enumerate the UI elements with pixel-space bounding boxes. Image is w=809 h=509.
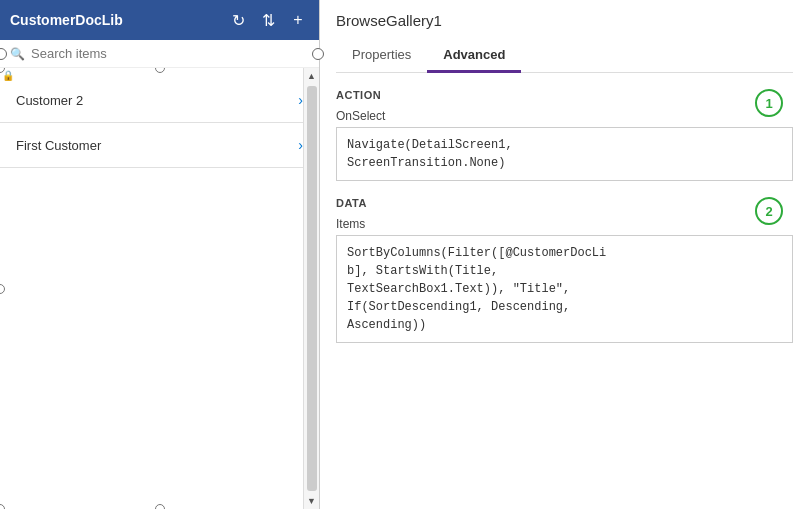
gallery-item-first-customer[interactable]: First Customer › <box>0 123 319 168</box>
items-code[interactable]: SortByColumns(Filter([@CustomerDocLi b],… <box>336 235 793 343</box>
tab-advanced[interactable]: Advanced <box>427 39 521 73</box>
resize-handle-tr[interactable] <box>312 48 324 60</box>
search-icon: 🔍 <box>10 47 25 61</box>
panel-title: BrowseGallery1 <box>336 12 793 29</box>
handle-bc[interactable] <box>155 504 165 509</box>
search-input[interactable] <box>31 46 309 61</box>
handle-bl[interactable] <box>0 504 5 509</box>
gallery-area: 🔒 Customer 2 › First Customer › ▲ ▼ <box>0 68 319 509</box>
scroll-up-arrow[interactable]: ▲ <box>304 68 320 84</box>
gallery-item-customer2[interactable]: Customer 2 › <box>0 78 319 123</box>
onselect-code[interactable]: Navigate(DetailScreen1, ScreenTransition… <box>336 127 793 181</box>
scrollbar[interactable]: ▲ ▼ <box>303 68 319 509</box>
scroll-down-arrow[interactable]: ▼ <box>304 493 320 509</box>
resize-handle-tl[interactable] <box>0 48 7 60</box>
gallery-items-list: Customer 2 › First Customer › <box>0 68 319 168</box>
lock-icon: 🔒 <box>2 70 14 81</box>
refresh-icon[interactable]: ↻ <box>227 9 249 31</box>
search-bar: 🔍 <box>0 40 319 68</box>
action-section: ACTION 1 OnSelect Navigate(DetailScreen1… <box>336 89 793 181</box>
sort-icon[interactable]: ⇅ <box>257 9 279 31</box>
scroll-thumb[interactable] <box>307 86 317 491</box>
onselect-label: OnSelect <box>336 109 793 123</box>
handle-ml[interactable] <box>0 284 5 294</box>
action-section-label: ACTION <box>336 89 793 101</box>
data-section-label: DATA <box>336 197 793 209</box>
gallery-header: CustomerDocLib ↻ ⇅ + <box>0 0 319 40</box>
right-panel: BrowseGallery1 Properties Advanced ACTIO… <box>320 0 809 509</box>
items-label: Items <box>336 217 793 231</box>
left-panel: CustomerDocLib ↻ ⇅ + 🔍 🔒 Customer 2 › Fi… <box>0 0 320 509</box>
tabs-bar: Properties Advanced <box>336 39 793 73</box>
gallery-item-label-0: Customer 2 <box>16 93 83 108</box>
action-badge: 1 <box>755 89 783 117</box>
tab-properties[interactable]: Properties <box>336 39 427 73</box>
data-section: DATA 2 Items SortByColumns(Filter([@Cust… <box>336 197 793 343</box>
gallery-title: CustomerDocLib <box>10 12 219 28</box>
gallery-item-label-1: First Customer <box>16 138 101 153</box>
data-badge: 2 <box>755 197 783 225</box>
add-icon[interactable]: + <box>287 9 309 31</box>
